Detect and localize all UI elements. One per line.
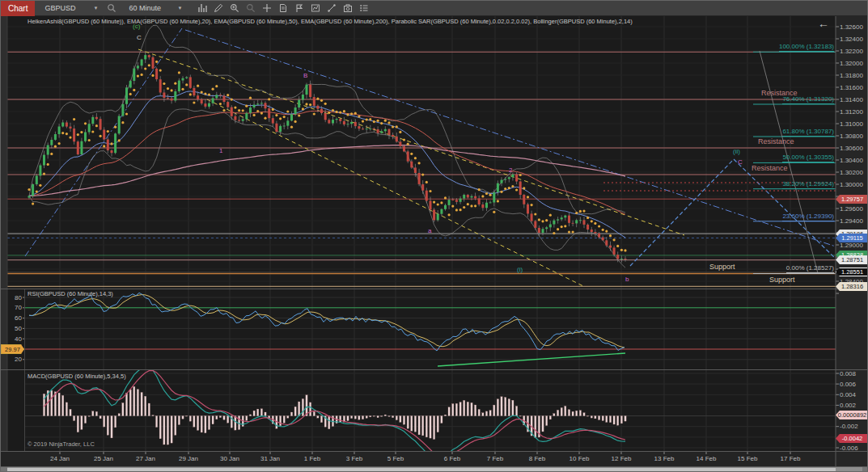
price-badge: 1.28551: [836, 268, 868, 276]
price-badge: 1.28316: [836, 282, 868, 291]
scrollbar-right-end[interactable]: [862, 467, 868, 472]
date-label: 3 Feb: [346, 455, 362, 462]
date-label: 5 Feb: [387, 455, 404, 462]
collapse-left-arrow-icon[interactable]: ←: [818, 17, 829, 30]
date-label: 15 Feb: [738, 455, 758, 462]
rsi-tick-label: 70: [7, 304, 22, 311]
price-badge: 1.29115: [836, 234, 868, 242]
date-label: 13 Feb: [654, 455, 675, 462]
date-label: 12 Feb: [612, 455, 632, 462]
price-tick-label: 1.30400: [840, 157, 863, 164]
rsi-tick-label: 20: [7, 356, 22, 363]
macd-tick-label: 0.008: [840, 370, 856, 377]
macd-tick-label: 0.002: [840, 402, 856, 409]
rsi-tick-label: 60: [7, 314, 22, 322]
date-label: 25 Jan: [94, 455, 113, 462]
price-tick-label: 1.30600: [840, 145, 863, 152]
macd-value-badge: 0.0000892: [836, 411, 868, 419]
rsi-tick-label: 50: [7, 325, 22, 332]
date-label: 30 Jan: [220, 455, 239, 462]
price-tick-label: 1.32600: [840, 23, 863, 31]
macd-value-badge: -0.0042: [836, 434, 868, 443]
date-label: 7 Feb: [487, 455, 503, 462]
date-label: 1 Feb: [304, 455, 320, 462]
price-tick-label: 1.31400: [840, 96, 863, 103]
price-tick-label: 1.31600: [840, 84, 863, 91]
price-tick-label: 1.32000: [840, 60, 863, 67]
scrollbar-left-end[interactable]: [1, 467, 7, 472]
date-label: 14 Feb: [697, 455, 717, 462]
chart-canvas[interactable]: [1, 1, 868, 472]
horizontal-scrollbar[interactable]: [1, 467, 868, 472]
price-tick-label: 1.29000: [840, 242, 863, 249]
date-label: 24 Jan: [50, 455, 70, 462]
date-label: 31 Jan: [260, 455, 280, 462]
price-tick-label: 1.29400: [840, 217, 863, 225]
macd-tick-label: 0.004: [840, 391, 856, 398]
price-tick-label: 1.30800: [840, 133, 863, 140]
date-label: 10 Feb: [569, 455, 590, 462]
date-label: 29 Jan: [179, 455, 198, 462]
price-tick-label: 1.29600: [840, 205, 863, 213]
price-tick-label: 1.30200: [840, 169, 863, 176]
date-label: 6 Feb: [444, 455, 460, 462]
scrollbar-thumb[interactable]: [7, 468, 836, 472]
price-tick-label: 1.32400: [840, 36, 863, 43]
price-tick-label: 1.32200: [840, 48, 863, 55]
date-label: 8 Feb: [529, 455, 545, 462]
rsi-tick-label: 40: [7, 335, 22, 343]
price-badge: 1.29757: [836, 195, 868, 204]
price-tick-label: 1.31200: [840, 108, 863, 116]
rsi-tick-label: 80: [7, 294, 22, 301]
price-badge: 1.28751: [836, 255, 868, 264]
price-tick-label: 1.30000: [840, 181, 863, 188]
price-tick-label: 1.31000: [840, 120, 863, 128]
macd-tick-label: 0.006: [840, 381, 856, 388]
rsi-value-badge: 29.97: [1, 344, 24, 354]
macd-tick-label: -0.002: [840, 423, 858, 430]
price-tick-label: 1.31800: [840, 72, 863, 79]
ninjatrader-window: Chart GBPUSD ▼ 60 Minute ▼: [0, 0, 868, 472]
macd-tick-label: -0.006: [840, 445, 858, 452]
date-label: 27 Jan: [136, 455, 155, 462]
date-label: 17 Feb: [781, 455, 801, 462]
